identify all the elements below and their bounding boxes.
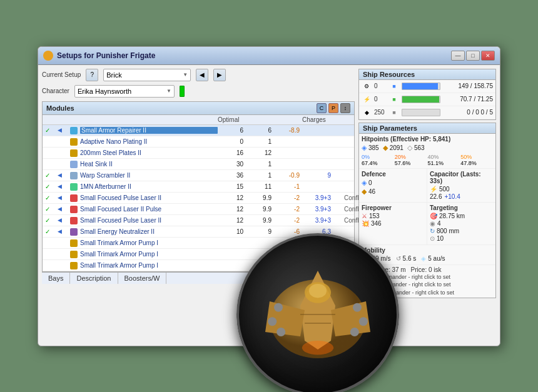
- character-dropdown[interactable]: Erika Haynsworth ▼: [74, 85, 175, 98]
- resource-bar-icon-2: ■: [389, 108, 399, 118]
- module-v1-0: 6: [218, 127, 246, 134]
- resource-label-0: 149 / 158.75: [443, 83, 493, 89]
- cap-val3: 22.6: [430, 193, 442, 200]
- defence-title: Defence: [362, 171, 424, 178]
- module-icon-1: [70, 137, 80, 145]
- resist-therm-eff: 57.6%: [395, 160, 427, 166]
- cap-secondary-row: 22.6 +10.4: [430, 193, 493, 200]
- module-icon-10: [70, 238, 80, 246]
- module-v3-6: -2: [274, 194, 302, 201]
- resources-list: ⚙ 0 ■ 149 / 158.75 ⚡ 0 ■ 70.7 / 71.25 ◆ …: [359, 80, 495, 119]
- cap-val1-row: ⚡ 500: [430, 186, 493, 193]
- resist-kin-pct: 40%: [428, 154, 460, 160]
- module-name-9: Small Energy Neutralizer II: [80, 228, 218, 235]
- modules-sort-icon[interactable]: ↕: [340, 103, 350, 113]
- resource-label-1: 70.7 / 71.25: [443, 96, 493, 103]
- main-window: Setups for Punisher Frigate — □ ✕ Curren…: [38, 46, 500, 346]
- svg-point-7: [353, 303, 362, 311]
- module-v2-6: 9.9: [246, 194, 274, 201]
- character-row: Character Erika Haynsworth ▼: [42, 85, 355, 98]
- defence-section: Defence ◈ 0 ◆ 46: [359, 169, 427, 202]
- module-row[interactable]: Adaptive Nano Plating II 0 1: [43, 136, 354, 148]
- module-row[interactable]: ✓ ◀ Small Armor Repairer II 6 6 -8.9: [43, 125, 354, 136]
- defence-cap-row: Defence ◈ 0 ◆ 46 Capacitor (Lasts: 33s): [359, 169, 495, 203]
- resource-label-2: 0 / 0 0 / 5: [443, 109, 493, 116]
- module-icon-7: [70, 204, 80, 213]
- window-title: Setups for Punisher Frigate: [57, 51, 155, 60]
- module-row[interactable]: ✓ ◀ Warp Scrambler II 36 1 -0.9 9: [43, 170, 354, 181]
- module-v1-4: 36: [218, 172, 246, 179]
- shield-val: 385: [368, 144, 379, 151]
- module-v4-6: 3.9+3: [302, 194, 333, 201]
- resource-bar-2: [402, 109, 440, 116]
- module-v2-8: 9.9: [246, 217, 274, 224]
- modules-pg-icon[interactable]: P: [328, 103, 338, 113]
- firepower-val2-row: 💥 346: [362, 220, 424, 227]
- module-check-7: ✓: [45, 206, 58, 213]
- module-v4-4: 9: [302, 172, 333, 179]
- tab-description[interactable]: Description: [70, 273, 118, 284]
- module-v1-8: 12: [218, 217, 246, 224]
- module-row[interactable]: ✓ ◀ Small Focused Pulse Laser II 12 9.9 …: [43, 193, 354, 204]
- svg-point-6: [277, 328, 285, 336]
- resist-exp-pct: 50%: [460, 154, 493, 160]
- module-check-4: ✓: [45, 172, 58, 179]
- defence-val2-row: ◆ 46: [362, 188, 424, 196]
- align-val: 5.6 s: [403, 255, 417, 262]
- warp-val: 5 au/s: [428, 255, 445, 262]
- resource-bar-1: [402, 96, 440, 103]
- module-icon-3: [70, 159, 80, 168]
- module-v1-2: 16: [218, 149, 246, 156]
- module-row[interactable]: Heat Sink II 30 1: [43, 159, 354, 170]
- module-row[interactable]: ✓ ◀ Small Focused Pulse Laser II 12 9.9 …: [43, 215, 354, 226]
- resist-em: 0% 67.4%: [362, 154, 394, 166]
- module-check-5: ✓: [45, 183, 58, 190]
- module-icon-4: [70, 171, 80, 179]
- setup-dropdown-value: Brick: [106, 71, 121, 79]
- module-v2-2: 12: [246, 149, 274, 156]
- tab-boosters[interactable]: Boosters/W: [118, 273, 167, 284]
- resource-bar-0: [402, 83, 440, 90]
- module-row[interactable]: 200mm Steel Plates II 16 12: [43, 148, 354, 159]
- titlebar-left: Setups for Punisher Frigate: [43, 51, 155, 61]
- setup-dropdown[interactable]: Brick ▼: [103, 69, 191, 81]
- module-v3-8: -2: [274, 217, 302, 224]
- module-check-6: ✓: [45, 194, 58, 201]
- maximize-button[interactable]: □: [466, 51, 480, 61]
- module-v3-4: -0.9: [274, 172, 302, 179]
- setup-prev-button[interactable]: ◀: [196, 69, 208, 81]
- module-active-9: ◀: [58, 228, 70, 234]
- module-name-10: Small Trimark Armor Pump I: [80, 239, 218, 246]
- capacitor-section: Capacitor (Lasts: 33s) ⚡ 500 22.6 +10.4: [427, 169, 495, 202]
- minimize-button[interactable]: —: [451, 51, 465, 61]
- resource-icon-1: ⚡: [362, 94, 372, 104]
- targeting-title: Targeting: [430, 204, 493, 211]
- tab-bays[interactable]: Bays: [42, 273, 70, 284]
- hp-title: Hitpoints (Effective HP: 5,841): [362, 136, 493, 143]
- targ-speed-row: ↻ 800 mm: [430, 228, 493, 234]
- setup-next-button[interactable]: ▶: [213, 69, 226, 81]
- resource-count-2: 250: [374, 109, 387, 116]
- resist-em-pct: 0%: [362, 154, 394, 160]
- ship-circle: [236, 233, 399, 393]
- setup-help-button[interactable]: ?: [86, 69, 98, 81]
- targ-count: 4: [437, 220, 441, 227]
- resource-row-1: ⚡ 0 ■ 70.7 / 71.25: [359, 93, 495, 106]
- targ-count-icon: ◉: [430, 220, 435, 227]
- resource-count-0: 0: [374, 83, 387, 89]
- defence-val1-row: ◈ 0: [362, 179, 424, 187]
- ship-resources-title: Ship Resources: [359, 69, 495, 80]
- armor-icon: ◆: [383, 144, 388, 152]
- module-name-12: Small Trimark Armor Pump I: [80, 262, 218, 269]
- targeting-section: Targeting 🎯 28.75 km ◉ 4 ↻ 800 mm: [427, 203, 495, 244]
- module-row[interactable]: ✓ ◀ 1MN Afterburner II 15 11 -1: [43, 181, 354, 193]
- modules-cpu-icon[interactable]: C: [317, 103, 327, 113]
- svg-point-8: [359, 317, 368, 326]
- module-icon-6: [70, 193, 80, 201]
- module-name-8: Small Focused Pulse Laser II: [80, 217, 218, 224]
- cap-val2: +10.4: [444, 193, 460, 200]
- module-name-7: Small Focused Laser II Pulse: [80, 206, 218, 213]
- module-row[interactable]: ✓ ◀ Small Focused Laser II Pulse 12 9.9 …: [43, 204, 354, 215]
- resist-therm-pct: 20%: [395, 154, 427, 160]
- close-button[interactable]: ✕: [481, 51, 495, 61]
